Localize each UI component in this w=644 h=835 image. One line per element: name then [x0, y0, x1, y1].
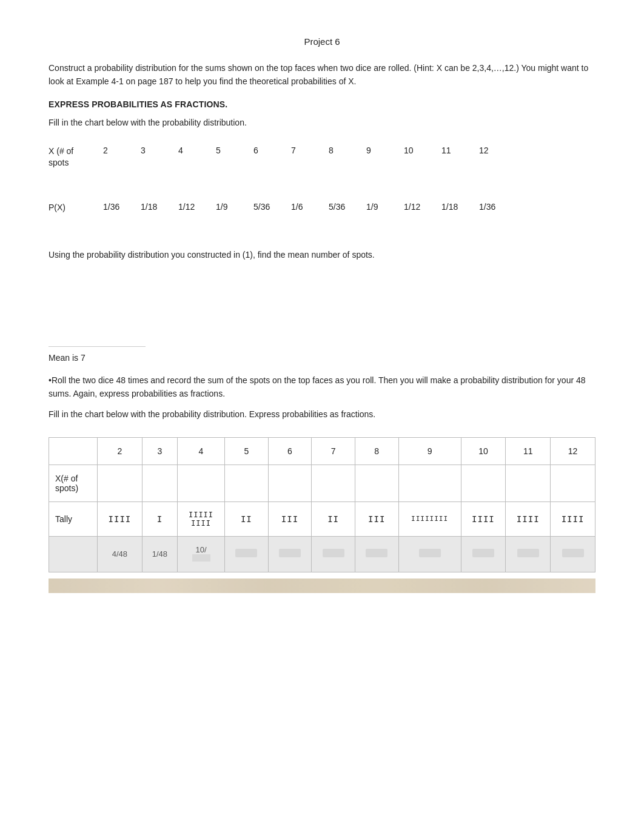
- x-label: X (# ofspots: [49, 146, 103, 169]
- tally-5: II: [225, 501, 269, 536]
- x-spots-5: [225, 464, 269, 501]
- px-val-4: 1/12: [178, 202, 216, 214]
- x-val-6: 6: [253, 146, 291, 169]
- px-val-3: 1/18: [141, 202, 178, 214]
- x-spots-6: [268, 464, 312, 501]
- x-val-3: 3: [141, 146, 178, 169]
- fraction-3: 1/48: [142, 536, 177, 572]
- fraction-5: [225, 536, 269, 572]
- x-row: X (# ofspots 2 3 4 5 6 7 8 9 10 11 12: [49, 146, 595, 169]
- tally-10: IIII: [461, 501, 506, 536]
- x-values: 2 3 4 5 6 7 8 9 10 11 12: [103, 146, 595, 169]
- px-val-7: 1/6: [291, 202, 329, 214]
- fraction-12: [551, 536, 595, 572]
- px-val-10: 1/12: [404, 202, 441, 214]
- tally-12: IIII: [551, 501, 595, 536]
- x-val-12: 12: [479, 146, 517, 169]
- tally-table: 2 3 4 5 6 7 8 9 10 11 12 X(# ofspots): [49, 437, 595, 572]
- x-val-10: 10: [404, 146, 441, 169]
- x-spots-11: [506, 464, 551, 501]
- x-val-11: 11: [441, 146, 479, 169]
- x-spots-8: [355, 464, 398, 501]
- px-val-2: 1/36: [103, 202, 141, 214]
- px-label: P(X): [49, 202, 103, 214]
- tally-col-6: 6: [268, 437, 312, 464]
- x-spots-row: X(# ofspots): [49, 464, 595, 501]
- px-values: 1/36 1/18 1/12 1/9 5/36 1/6 5/36 1/9 1/1…: [103, 202, 595, 214]
- tally-3: I: [142, 501, 177, 536]
- x-spots-10: [461, 464, 506, 501]
- x-spots-label: X(# ofspots): [49, 464, 98, 501]
- intro-text: Construct a probability distribution for…: [49, 61, 595, 89]
- tally-col-12: 12: [551, 437, 595, 464]
- fraction-10: [461, 536, 506, 572]
- divider: [49, 346, 146, 347]
- tally-9: IIIIIIII: [398, 501, 461, 536]
- x-spots-12: [551, 464, 595, 501]
- x-val-7: 7: [291, 146, 329, 169]
- px-val-12: 1/36: [479, 202, 517, 214]
- fill-label-2: Fill in the chart below with the probabi…: [49, 409, 595, 419]
- tally-col-10: 10: [461, 437, 506, 464]
- tally-11: IIII: [506, 501, 551, 536]
- px-row: P(X) 1/36 1/18 1/12 1/9 5/36 1/6 5/36 1/…: [49, 202, 595, 214]
- px-val-8: 5/36: [329, 202, 366, 214]
- tally-2: IIII: [98, 501, 143, 536]
- tally-col-8: 8: [355, 437, 398, 464]
- x-spots-3: [142, 464, 177, 501]
- tally-row: Tally IIII I IIIIIIIII II III II III III…: [49, 501, 595, 536]
- fraction-6: [268, 536, 312, 572]
- bottom-bar: [49, 578, 595, 593]
- tally-header-label: [49, 437, 98, 464]
- tally-header-row: 2 3 4 5 6 7 8 9 10 11 12: [49, 437, 595, 464]
- mean-text: Mean is 7: [49, 353, 595, 363]
- page-title: Project 6: [49, 36, 595, 47]
- px-val-11: 1/18: [441, 202, 479, 214]
- express-label: EXPRESS PROBABILITIES AS FRACTIONS.: [49, 99, 595, 109]
- tally-4: IIIIIIIII: [177, 501, 224, 536]
- x-spots-7: [312, 464, 355, 501]
- px-val-5: 1/9: [216, 202, 253, 214]
- bullet-text: •Roll the two dice 48 times and record t…: [49, 374, 595, 401]
- tally-col-2: 2: [98, 437, 143, 464]
- fraction-row: 4/48 1/48 10/: [49, 536, 595, 572]
- tally-col-9: 9: [398, 437, 461, 464]
- tally-col-5: 5: [225, 437, 269, 464]
- tally-6: III: [268, 501, 312, 536]
- fill-label-1: Fill in the chart below with the probabi…: [49, 118, 595, 127]
- x-val-4: 4: [178, 146, 216, 169]
- x-val-9: 9: [366, 146, 404, 169]
- fraction-4: 10/: [177, 536, 224, 572]
- fraction-8: [355, 536, 398, 572]
- px-val-9: 1/9: [366, 202, 404, 214]
- fraction-2: 4/48: [98, 536, 143, 572]
- fraction-row-label: [49, 536, 98, 572]
- x-spots-2: [98, 464, 143, 501]
- tally-col-4: 4: [177, 437, 224, 464]
- tally-8: III: [355, 501, 398, 536]
- tally-row-label: Tally: [49, 501, 98, 536]
- fraction-7: [312, 536, 355, 572]
- tally-7: II: [312, 501, 355, 536]
- x-spots-4: [177, 464, 224, 501]
- fraction-11: [506, 536, 551, 572]
- x-spots-9: [398, 464, 461, 501]
- fraction-9: [398, 536, 461, 572]
- x-val-5: 5: [216, 146, 253, 169]
- tally-col-7: 7: [312, 437, 355, 464]
- using-text: Using the probability distribution you c…: [49, 248, 595, 261]
- x-val-8: 8: [329, 146, 366, 169]
- x-val-2: 2: [103, 146, 141, 169]
- px-val-6: 5/36: [253, 202, 291, 214]
- tally-col-11: 11: [506, 437, 551, 464]
- tally-col-3: 3: [142, 437, 177, 464]
